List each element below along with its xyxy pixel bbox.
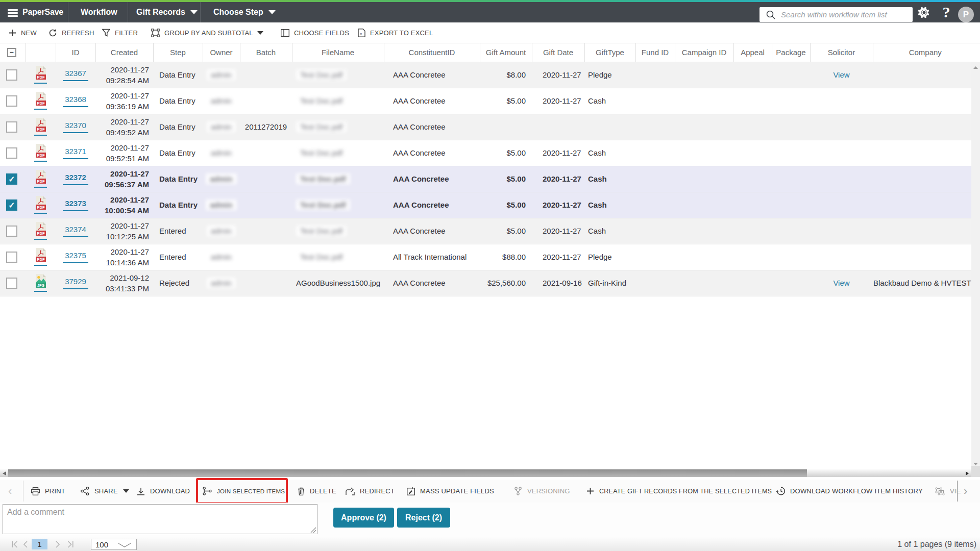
svg-text:x: x xyxy=(360,31,362,36)
svg-text:PDF: PDF xyxy=(37,101,44,106)
svg-text:PDF: PDF xyxy=(37,231,44,236)
svg-text:?: ? xyxy=(943,5,950,20)
svg-text:PDF: PDF xyxy=(37,153,44,158)
svg-text:PDF: PDF xyxy=(37,75,44,80)
svg-text:PDF: PDF xyxy=(37,127,44,132)
svg-text:JPG: JPG xyxy=(37,284,44,287)
svg-text:PDF: PDF xyxy=(37,257,44,262)
svg-text:PDF: PDF xyxy=(37,179,44,184)
svg-text:PDF: PDF xyxy=(37,205,44,210)
